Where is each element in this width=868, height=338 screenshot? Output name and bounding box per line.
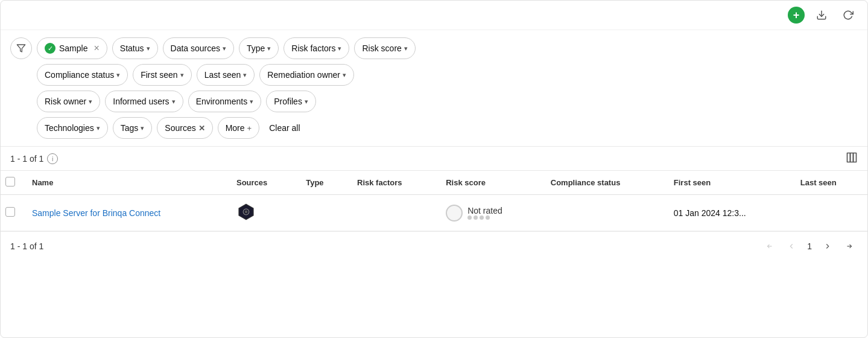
filter-technologies-label: Technologies <box>45 123 94 133</box>
table-header-row: Name Sources Type Risk factors Risk scor… <box>1 171 867 195</box>
refresh-button[interactable] <box>838 5 858 25</box>
filter-remediation-owner-label: Remediation owner <box>267 70 340 80</box>
clear-all-button[interactable]: Clear all <box>264 121 305 135</box>
filter-pill-type[interactable]: Type ▾ <box>239 37 279 59</box>
svg-rect-4 <box>854 153 857 162</box>
row-checkbox[interactable] <box>5 207 15 217</box>
risk-score-label: Not rated <box>467 206 502 215</box>
filter-data-sources-label: Data sources <box>171 43 220 53</box>
chevron-down-icon: ▾ <box>147 45 150 53</box>
check-icon: ✓ <box>45 43 55 54</box>
filter-pill-risk-factors[interactable]: Risk factors ▾ <box>284 37 349 59</box>
filter-pill-informed-users[interactable]: Informed users ▾ <box>105 91 183 112</box>
filter-pill-status[interactable]: Status ▾ <box>112 37 158 59</box>
row-compliance-status-cell <box>541 195 664 231</box>
results-table: Name Sources Type Risk factors Risk scor… <box>1 171 867 231</box>
next-page-button[interactable] <box>819 238 836 255</box>
chevron-down-icon: ▾ <box>141 124 144 132</box>
col-sources[interactable]: Sources <box>227 171 296 195</box>
svg-point-6 <box>245 211 248 214</box>
col-type[interactable]: Type <box>296 171 347 195</box>
filter-pill-compliance-status[interactable]: Compliance status ▾ <box>37 64 128 86</box>
footer: 1 - 1 of 1 1 <box>1 231 867 261</box>
filter-row-4: Technologies ▾ Tags ▾ Sources ✕ More + C… <box>10 117 858 139</box>
chevron-down-icon: ▾ <box>89 98 92 106</box>
risk-score-circle <box>446 205 463 222</box>
filter-risk-factors-label: Risk factors <box>291 43 335 53</box>
count-label: 1 - 1 of 1 <box>10 154 43 164</box>
col-checkbox <box>1 171 22 195</box>
row-checkbox-cell <box>1 195 22 231</box>
filter-pill-tags[interactable]: Tags ▾ <box>113 117 153 139</box>
chevron-down-icon: ▾ <box>338 45 341 53</box>
col-first-seen[interactable]: First seen <box>664 171 791 195</box>
count-row: 1 - 1 of 1 i <box>1 147 867 171</box>
filter-pill-profiles[interactable]: Profiles ▾ <box>266 91 316 112</box>
first-page-button[interactable] <box>761 238 778 255</box>
download-button[interactable] <box>812 5 831 25</box>
chevron-down-icon: ▾ <box>97 124 100 132</box>
filter-area: ✓ Sample × Status ▾ Data sources ▾ Type … <box>1 30 867 147</box>
current-page: 1 <box>805 240 814 252</box>
filter-sample-close[interactable]: × <box>93 43 99 54</box>
row-type-cell <box>296 195 347 231</box>
chevron-down-icon: ▾ <box>267 45 271 53</box>
chevron-down-icon: ▾ <box>116 71 120 79</box>
sources-close-icon[interactable]: ✕ <box>198 124 205 133</box>
filter-icon-button[interactable] <box>10 37 32 59</box>
last-page-button[interactable] <box>841 238 858 255</box>
row-sources-cell <box>227 195 296 231</box>
filter-informed-users-label: Informed users <box>113 97 169 106</box>
chevron-down-icon: ▾ <box>343 71 346 79</box>
filter-first-seen-label: First seen <box>141 70 177 80</box>
risk-dot-1 <box>467 215 472 220</box>
header-checkbox[interactable] <box>5 177 15 187</box>
filter-status-label: Status <box>120 43 144 53</box>
toolbar: + <box>1 1 867 30</box>
risk-dots <box>467 215 502 220</box>
count-info: 1 - 1 of 1 i <box>10 153 58 164</box>
row-risk-score-cell: Not rated <box>436 195 541 231</box>
filter-pill-more[interactable]: More + <box>218 117 260 139</box>
filter-pill-data-sources[interactable]: Data sources ▾ <box>163 37 234 59</box>
prev-page-button[interactable] <box>783 238 800 255</box>
plus-icon: + <box>247 124 252 133</box>
filter-pill-first-seen[interactable]: First seen ▾ <box>133 64 191 86</box>
col-compliance-status[interactable]: Compliance status <box>541 171 664 195</box>
filter-pill-risk-owner[interactable]: Risk owner ▾ <box>37 91 100 112</box>
col-last-seen[interactable]: Last seen <box>791 171 867 195</box>
info-icon[interactable]: i <box>47 153 58 164</box>
row-last-seen-cell <box>791 195 867 231</box>
col-name[interactable]: Name <box>22 171 227 195</box>
filter-environments-label: Environments <box>196 97 248 106</box>
filter-risk-owner-label: Risk owner <box>45 97 86 106</box>
filter-pill-environments[interactable]: Environments ▾ <box>188 91 262 112</box>
risk-dot-3 <box>480 215 484 220</box>
chevron-down-icon: ▾ <box>223 45 226 53</box>
footer-count: 1 - 1 of 1 <box>10 241 43 251</box>
source-hexagon-icon <box>236 202 256 222</box>
svg-marker-1 <box>17 45 25 52</box>
columns-icon[interactable] <box>846 151 858 165</box>
filter-pill-remediation-owner[interactable]: Remediation owner ▾ <box>259 64 354 86</box>
filter-pill-risk-score[interactable]: Risk score ▾ <box>354 37 415 59</box>
filter-row-2: Compliance status ▾ First seen ▾ Last se… <box>10 64 858 86</box>
chevron-down-icon: ▾ <box>180 71 184 79</box>
active-filter-sample[interactable]: ✓ Sample × <box>37 37 107 59</box>
filter-pill-last-seen[interactable]: Last seen ▾ <box>197 64 255 86</box>
add-button[interactable]: + <box>788 7 805 24</box>
chevron-down-icon: ▾ <box>404 45 408 53</box>
table-row: Sample Server for Brinqa Connect <box>1 195 867 231</box>
filter-last-seen-label: Last seen <box>204 70 241 80</box>
row-name-link[interactable]: Sample Server for Brinqa Connect <box>32 208 160 218</box>
filter-more-label: More <box>226 123 245 133</box>
chevron-down-icon: ▾ <box>243 71 247 79</box>
col-risk-score[interactable]: Risk score <box>436 171 541 195</box>
filter-pill-sources[interactable]: Sources ✕ <box>157 117 212 139</box>
row-name-cell: Sample Server for Brinqa Connect <box>22 195 227 231</box>
chevron-down-icon: ▾ <box>172 98 176 106</box>
chevron-down-icon: ▾ <box>250 98 253 106</box>
filter-tags-label: Tags <box>121 123 139 133</box>
col-risk-factors[interactable]: Risk factors <box>347 171 436 195</box>
filter-pill-technologies[interactable]: Technologies ▾ <box>37 117 108 139</box>
